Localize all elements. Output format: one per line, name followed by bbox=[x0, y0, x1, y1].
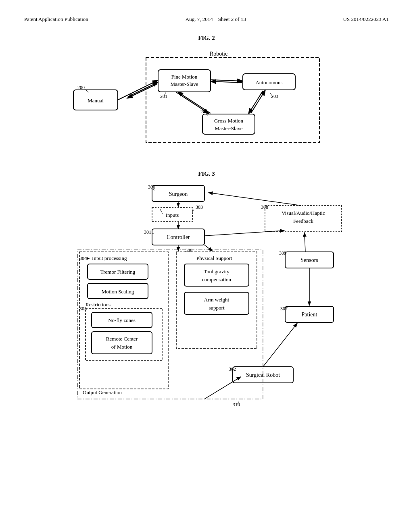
svg-text:Fine Motion: Fine Motion bbox=[171, 74, 198, 80]
svg-text:310: 310 bbox=[233, 402, 240, 407]
fig2-label: FIG. 2 bbox=[24, 35, 389, 42]
svg-text:Output Generation: Output Generation bbox=[83, 389, 122, 395]
svg-text:support: support bbox=[209, 305, 225, 311]
header-left: Patent Application Publication bbox=[24, 16, 88, 23]
svg-text:Gross Motion: Gross Motion bbox=[214, 118, 243, 124]
svg-line-89 bbox=[305, 233, 305, 252]
page-header: Patent Application Publication Aug. 7, 2… bbox=[24, 16, 389, 23]
svg-line-21 bbox=[251, 91, 265, 113]
svg-text:Robotic: Robotic bbox=[210, 51, 227, 57]
svg-line-14 bbox=[128, 83, 157, 97]
svg-text:Inputs: Inputs bbox=[166, 212, 179, 218]
svg-text:304: 304 bbox=[79, 256, 87, 261]
svg-text:Remote Center: Remote Center bbox=[106, 336, 138, 342]
svg-text:Sensors: Sensors bbox=[300, 257, 318, 263]
svg-text:Visual/Audio/Haptic: Visual/Audio/Haptic bbox=[282, 210, 325, 216]
svg-text:303: 303 bbox=[196, 204, 203, 210]
svg-text:Tool gravity: Tool gravity bbox=[204, 268, 229, 274]
header-center: Aug. 7, 2014 Sheet 2 of 13 bbox=[186, 16, 246, 23]
svg-text:Manual: Manual bbox=[88, 98, 104, 104]
svg-text:Controller: Controller bbox=[167, 234, 190, 240]
svg-text:Tremor Filtering: Tremor Filtering bbox=[100, 269, 136, 275]
svg-text:Surgeon: Surgeon bbox=[169, 191, 188, 197]
svg-line-17 bbox=[211, 81, 242, 83]
svg-text:Arm weight: Arm weight bbox=[204, 297, 229, 303]
svg-text:compensation: compensation bbox=[202, 276, 232, 283]
svg-line-16 bbox=[211, 80, 242, 81]
svg-text:► Input processing: ► Input processing bbox=[86, 255, 127, 261]
svg-line-90 bbox=[263, 323, 297, 367]
svg-line-20 bbox=[249, 91, 263, 113]
svg-text:202: 202 bbox=[200, 109, 208, 114]
svg-rect-63 bbox=[184, 264, 249, 286]
svg-line-91 bbox=[204, 377, 241, 399]
svg-line-15 bbox=[128, 84, 157, 98]
svg-text:Patient: Patient bbox=[302, 312, 317, 318]
svg-text:Master-Slave: Master-Slave bbox=[170, 81, 198, 87]
svg-text:301: 301 bbox=[144, 229, 151, 235]
fig2-diagram: Robotic Manual Fine Motion Master-Slave … bbox=[65, 46, 348, 158]
svg-text:Motion Scaling: Motion Scaling bbox=[102, 289, 134, 295]
svg-line-86 bbox=[204, 231, 284, 236]
svg-text:302: 302 bbox=[229, 366, 236, 372]
svg-text:300: 300 bbox=[148, 184, 155, 190]
svg-text:200: 200 bbox=[77, 85, 85, 90]
svg-line-94 bbox=[160, 209, 163, 214]
svg-text:No-fly zones: No-fly zones bbox=[108, 317, 136, 323]
fig3-diagram: Surgeon 300 Inputs 303 Controller 301 bbox=[55, 181, 358, 443]
svg-text:308: 308 bbox=[261, 204, 268, 210]
svg-text:Restrictions: Restrictions bbox=[86, 301, 111, 308]
svg-text:203: 203 bbox=[271, 94, 278, 99]
svg-text:309: 309 bbox=[279, 250, 286, 256]
svg-line-87 bbox=[209, 193, 301, 206]
svg-text:306: 306 bbox=[185, 247, 192, 253]
svg-text:307: 307 bbox=[280, 306, 288, 312]
svg-line-12 bbox=[118, 81, 157, 100]
svg-text:Feedback: Feedback bbox=[293, 218, 313, 224]
svg-text:Master-Slave: Master-Slave bbox=[215, 125, 242, 131]
header-right: US 2014/0222023 A1 bbox=[343, 16, 389, 23]
fig3-label: FIG. 3 bbox=[24, 170, 389, 177]
svg-rect-56 bbox=[92, 332, 152, 354]
svg-rect-66 bbox=[184, 292, 249, 314]
svg-text:Autonomous: Autonomous bbox=[255, 79, 282, 85]
svg-text:of Motion: of Motion bbox=[111, 344, 133, 350]
svg-text:Physical Support: Physical Support bbox=[196, 255, 232, 261]
